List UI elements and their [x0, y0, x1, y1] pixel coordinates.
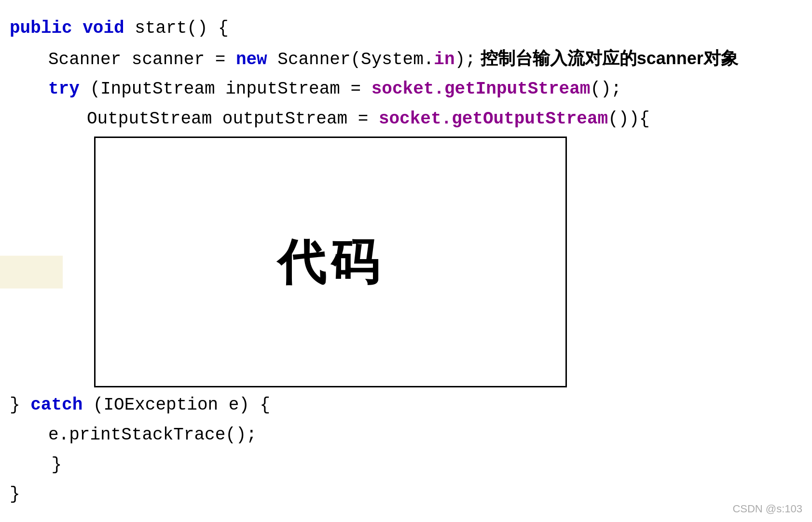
keyword-new: new [236, 46, 267, 74]
code-printstacktrace: e.printStackTrace(); [48, 421, 257, 449]
keyword-catch: catch [30, 391, 83, 419]
code-close-catch: } [10, 451, 62, 479]
code-line-4: OutputStream outputStream = socket.getOu… [10, 105, 802, 133]
keyword-try: try [48, 75, 80, 103]
code-line-close1: } [10, 451, 802, 479]
code-close-method: } [10, 481, 20, 508]
watermark: CSDN @s:103 [732, 503, 802, 515]
code-line-close2: } [10, 481, 802, 508]
code-text-start: start() { [124, 14, 229, 42]
code-container: public void start() { Scanner scanner = … [0, 0, 812, 520]
code-line-trace: e.printStackTrace(); [10, 421, 802, 449]
code-line-1: public void start() { [10, 14, 802, 42]
code-semicolon: ); [455, 46, 476, 74]
code-paren: (); [590, 75, 621, 103]
code-scanner-decl: Scanner scanner = [48, 46, 236, 74]
code-getoutputstream: socket.getOutputStream [379, 105, 608, 133]
code-image-label: 代码 [277, 223, 384, 301]
code-line-catch: } catch (IOException e) { [10, 391, 802, 419]
code-outputstream-decl: OutputStream outputStream = [87, 105, 379, 133]
code-outputstream-close: ()){ [608, 105, 649, 133]
keyword-void: void [83, 14, 124, 42]
code-in: in [434, 46, 454, 74]
code-catch-exception: (IOException e) { [83, 391, 270, 419]
keyword-public: public [10, 14, 83, 42]
code-line-3: try (InputStream inputStream = socket.ge… [10, 75, 802, 103]
code-try-open: (InputStream inputStream = [80, 75, 372, 103]
code-annotation: 控制台输入流对应的scanner对象 [476, 44, 738, 72]
code-getinputstream: socket.getInputStream [372, 75, 591, 103]
code-image-box: 代码 [94, 137, 567, 387]
code-line-2: Scanner scanner = new Scanner(System.in)… [10, 44, 802, 74]
sidebar-highlight [0, 256, 63, 288]
code-catch-brace: } [10, 391, 30, 419]
code-scanner-system: Scanner(System. [267, 46, 434, 74]
